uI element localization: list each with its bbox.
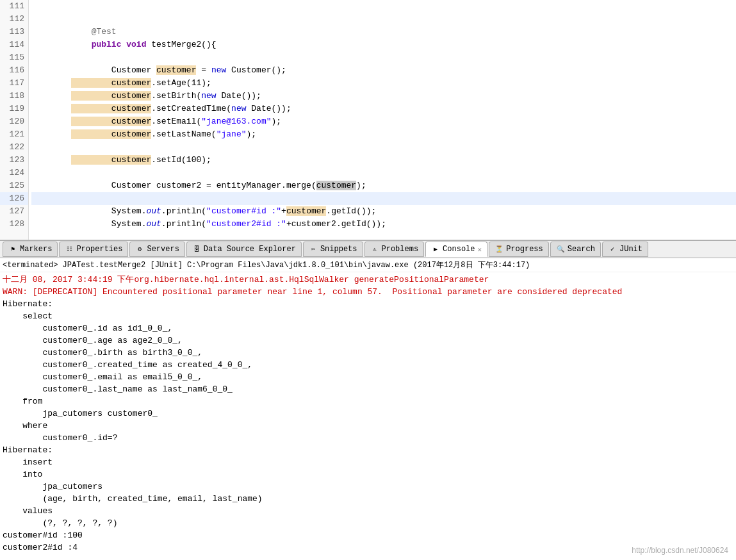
line-122: 122 (0, 141, 28, 154)
console-line-0: 十二月 08, 2017 3:44:19 下午org.hibernate.hql… (3, 274, 733, 286)
console-line-19: values (3, 505, 733, 517)
editor-scrollbar[interactable] (0, 240, 736, 240)
watermark: http://blog.csdn.net/J080624 (632, 546, 728, 555)
code-line-122: customer.setId(100); (31, 141, 736, 154)
console-line-5: customer0_.age as age2_0_0_, (3, 334, 733, 347)
progress-icon: ⏳ (495, 245, 503, 254)
console-line-14: Hibernate: (3, 444, 733, 456)
line-115: 115 (0, 51, 28, 64)
tab-servers-label: Servers (147, 245, 179, 254)
line-112: 112 (0, 13, 28, 26)
problems-icon: ⚠ (370, 245, 379, 254)
tab-servers[interactable]: ⚙ Servers (129, 242, 184, 257)
junit-icon: ✓ (608, 245, 617, 254)
line-114: 114 (0, 38, 28, 51)
console-line-13: customer0_.id=? (3, 432, 733, 444)
line-116: 116 (0, 64, 28, 77)
code-line-115: Customer customer = new Customer(); (31, 51, 736, 64)
tab-problems-label: Problems (382, 245, 419, 254)
tab-junit-label: JUnit (619, 245, 642, 254)
console-line-10: from (3, 395, 733, 408)
data-source-icon: 🗄 (192, 245, 201, 254)
console-line-8: customer0_.email as email5_0_0_, (3, 371, 733, 383)
markers-icon: ⚑ (8, 245, 17, 254)
line-121: 121 (0, 128, 28, 141)
console-line-12: where (3, 420, 733, 432)
code-editor[interactable]: 111 112 113 114 115 116 117 118 119 120 … (0, 0, 736, 240)
console-line-4: customer0_.id as id1_0_0_, (3, 322, 733, 334)
code-line-111 (31, 0, 736, 13)
code-lines[interactable]: @Test public void testMerge2(){ Customer… (29, 0, 736, 240)
servers-icon: ⚙ (135, 245, 144, 254)
tab-data-source-label: Data Source Explorer (204, 245, 296, 254)
terminated-text: <terminated> JPATest.testMerge2 [JUnit] … (3, 261, 530, 270)
console-line-17: jpa_cutomers (3, 481, 733, 493)
console-line-20: (?, ?, ?, ?, ?) (3, 517, 733, 529)
terminated-bar: <terminated> JPATest.testMerge2 [JUnit] … (0, 258, 736, 272)
tab-properties[interactable]: ☷ Properties (59, 242, 128, 257)
tab-progress[interactable]: ⏳ Progress (489, 242, 549, 257)
line-111: 111 (0, 0, 28, 13)
console-line-3: select (3, 310, 733, 322)
line-128: 128 (0, 218, 28, 231)
console-line-21: customer#id :100 (3, 529, 733, 541)
code-line-126: System.out.println("customer#id :"+custo… (31, 192, 736, 205)
console-line-2: Hibernate: (3, 298, 733, 310)
console-close[interactable]: ✕ (478, 245, 482, 254)
line-127: 127 (0, 205, 28, 218)
console-line-7: customer0_.created_time as created_4_0_0… (3, 359, 733, 371)
tab-progress-label: Progress (506, 245, 543, 254)
line-126: 126 (0, 192, 28, 205)
properties-icon: ☷ (65, 245, 74, 254)
line-125: 125 (0, 179, 28, 192)
line-118: 118 (0, 90, 28, 103)
line-119: 119 (0, 103, 28, 115)
tab-snippets[interactable]: ✂ Snippets (303, 242, 363, 257)
line-113: 113 (0, 26, 28, 38)
snippets-icon: ✂ (309, 245, 318, 254)
console-line-1: WARN: [DEPRECATION] Encountered position… (3, 286, 733, 298)
line-117: 117 (0, 77, 28, 90)
line-124: 124 (0, 167, 28, 179)
console-line-11: jpa_cutomers customer0_ (3, 408, 733, 420)
line-120: 120 (0, 115, 28, 128)
tab-console[interactable]: ▶ Console ✕ (425, 242, 487, 257)
tab-data-source[interactable]: 🗄 Data Source Explorer (186, 242, 302, 257)
console-line-22: customer2#id :4 (3, 541, 733, 554)
tab-search[interactable]: 🔍 Search (550, 242, 601, 257)
code-line-112: @Test (31, 13, 736, 26)
tab-properties-label: Properties (76, 245, 122, 254)
console-line-9: customer0_.last_name as last_nam6_0_0_ (3, 383, 733, 395)
line-numbers: 111 112 113 114 115 116 117 118 119 120 … (0, 0, 29, 240)
code-line-124: Customer customer2 = entityManager.merge… (31, 167, 736, 179)
console-wrapper: <terminated> JPATest.testMerge2 [JUnit] … (0, 258, 736, 560)
tab-snippets-label: Snippets (320, 245, 357, 254)
tab-junit[interactable]: ✓ JUnit (602, 242, 648, 257)
tab-bar: ⚑ Markers ☷ Properties ⚙ Servers 🗄 Data … (0, 240, 736, 258)
tab-markers[interactable]: ⚑ Markers (3, 242, 58, 257)
console-icon: ▶ (431, 245, 440, 254)
tab-markers-label: Markers (20, 245, 52, 254)
line-123: 123 (0, 154, 28, 167)
console-area[interactable]: 十二月 08, 2017 3:44:19 下午org.hibernate.hql… (0, 272, 736, 560)
console-line-15: insert (3, 456, 733, 468)
console-line-18: (age, birth, created_time, email, last_n… (3, 493, 733, 505)
tab-problems[interactable]: ⚠ Problems (364, 242, 425, 257)
search-icon: 🔍 (556, 245, 565, 254)
tab-search-label: Search (568, 245, 595, 254)
tab-console-label: Console (443, 245, 475, 254)
console-line-6: customer0_.birth as birth3_0_0_, (3, 347, 733, 359)
console-line-16: into (3, 468, 733, 481)
code-line-113: public void testMerge2(){ (31, 26, 736, 38)
